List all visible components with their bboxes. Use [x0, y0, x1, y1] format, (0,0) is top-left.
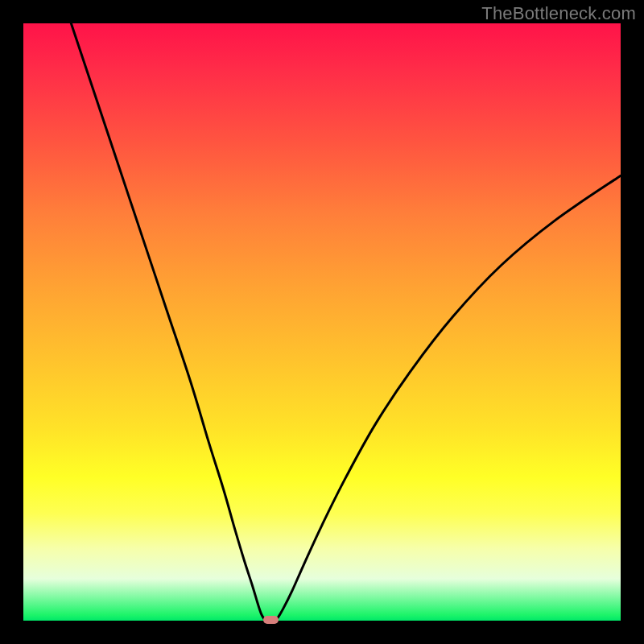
plot-area: [23, 23, 621, 621]
chart-frame: TheBottleneck.com: [0, 0, 644, 644]
watermark-text: TheBottleneck.com: [481, 3, 636, 24]
curve-right: [277, 175, 621, 619]
curve-left: [71, 23, 264, 619]
curve-layer: [23, 23, 621, 621]
minimum-marker: [263, 616, 279, 624]
